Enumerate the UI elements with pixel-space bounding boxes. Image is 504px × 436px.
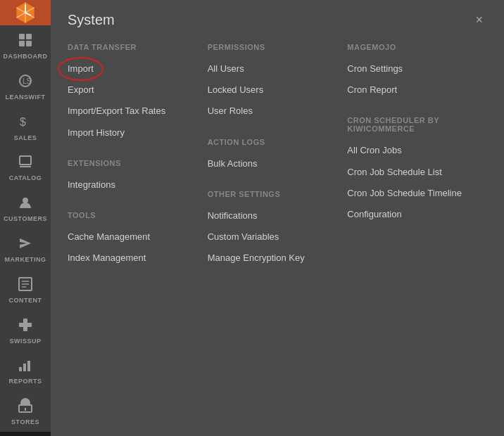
cron-report-link[interactable]: Cron Report	[347, 81, 473, 99]
cron-job-schedule-list-link[interactable]: Cron Job Schedule List	[347, 163, 473, 181]
reports-icon	[18, 357, 33, 375]
svg-rect-3	[26, 41, 32, 46]
sidebar-item-label: CATALOG	[9, 174, 42, 182]
svg-rect-17	[19, 367, 22, 371]
sidebar-item-label: LEANSWIFT	[6, 94, 46, 101]
menu-title: System	[68, 12, 115, 28]
sidebar-item-label: CUSTOMERS	[4, 215, 47, 223]
swissup-icon	[18, 317, 33, 335]
sidebar-item-label: STORES	[11, 418, 39, 426]
tools-section: Tools Cache Management Index Management	[68, 211, 194, 267]
import-export-tax-link[interactable]: Import/Export Tax Rates	[68, 102, 194, 120]
action-logs-title: Action Logs	[208, 138, 334, 146]
svg-rect-18	[23, 364, 26, 371]
stores-icon	[18, 398, 33, 416]
sidebar-item-catalog[interactable]: CATALOG	[0, 147, 51, 188]
svg-text:LS: LS	[23, 77, 32, 85]
menu-column-2: Permissions All Users Locked Users User …	[208, 43, 348, 284]
cache-management-link[interactable]: Cache Management	[68, 228, 194, 246]
svg-rect-19	[27, 361, 30, 371]
all-users-link[interactable]: All Users	[208, 60, 334, 78]
all-cron-jobs-link[interactable]: All Cron Jobs	[347, 141, 473, 160]
notifications-link[interactable]: Notifications	[208, 207, 334, 225]
import-history-link[interactable]: Import History	[68, 124, 194, 142]
sidebar-item-dashboard[interactable]: DASHBOARD	[0, 25, 51, 66]
tools-title: Tools	[68, 211, 194, 219]
magento-logo-icon	[13, 0, 38, 25]
extensions-section: Extensions Integrations	[68, 159, 194, 194]
permissions-title: Permissions	[208, 43, 334, 51]
user-roles-link[interactable]: User Roles	[208, 102, 334, 120]
system-menu: System × Data Transfer Import Export Imp…	[51, 0, 504, 436]
other-settings-title: Other Settings	[208, 190, 334, 198]
magemojo-title: MageMojo	[347, 43, 473, 51]
svg-point-9	[23, 198, 28, 203]
sidebar-item-label: MARKETING	[5, 256, 46, 264]
svg-rect-1	[26, 34, 32, 39]
svg-rect-16	[23, 319, 27, 331]
sidebar-item-system[interactable]: SYSTEM	[0, 432, 51, 436]
svg-rect-2	[19, 41, 25, 46]
catalog-icon	[18, 154, 33, 172]
manage-encryption-key-link[interactable]: Manage Encryption Key	[208, 249, 334, 267]
sidebar-item-stores[interactable]: STORES	[0, 391, 51, 432]
sales-icon: $	[18, 114, 33, 132]
bulk-actions-link[interactable]: Bulk Actions	[208, 155, 334, 173]
sidebar: DASHBOARD LS LEANSWIFT $ SALES CATALOG C…	[0, 0, 51, 436]
sidebar-item-reports[interactable]: REPORTS	[0, 350, 51, 391]
import-link[interactable]: Import	[68, 60, 194, 78]
leanswift-icon: LS	[18, 73, 33, 91]
svg-marker-10	[20, 238, 31, 248]
svg-rect-7	[20, 156, 31, 165]
sidebar-item-label: SWISSUP	[9, 338, 41, 345]
cron-scheduler-title: Cron Scheduler by KiwiCommerce	[347, 116, 473, 133]
export-link[interactable]: Export	[68, 81, 194, 99]
cron-scheduler-section: Cron Scheduler by KiwiCommerce All Cron …	[347, 116, 473, 224]
data-transfer-section: Data Transfer Import Export Import/Expor…	[68, 43, 194, 142]
menu-column-1: Data Transfer Import Export Import/Expor…	[68, 43, 208, 284]
customers-icon	[18, 195, 33, 212]
action-logs-section: Action Logs Bulk Actions	[208, 138, 334, 173]
integrations-link[interactable]: Integrations	[68, 176, 194, 194]
custom-variables-link[interactable]: Custom Variables	[208, 228, 334, 246]
menu-header: System ×	[68, 11, 487, 29]
marketing-icon	[18, 236, 33, 253]
svg-rect-0	[19, 34, 25, 39]
sidebar-item-label: DASHBOARD	[4, 53, 48, 60]
magemojo-section: MageMojo Cron Settings Cron Report	[347, 43, 473, 99]
locked-users-link[interactable]: Locked Users	[208, 81, 334, 99]
sidebar-item-leanswift[interactable]: LS LEANSWIFT	[0, 66, 51, 107]
sidebar-item-customers[interactable]: CUSTOMERS	[0, 188, 51, 229]
menu-column-3: MageMojo Cron Settings Cron Report Cron …	[347, 43, 487, 284]
permissions-section: Permissions All Users Locked Users User …	[208, 43, 334, 121]
svg-text:$: $	[20, 116, 26, 128]
sidebar-item-content[interactable]: CONTENT	[0, 269, 51, 310]
menu-columns: Data Transfer Import Export Import/Expor…	[68, 43, 487, 284]
configuration-link[interactable]: Configuration	[347, 205, 473, 224]
extensions-title: Extensions	[68, 159, 194, 167]
other-settings-section: Other Settings Notifications Custom Vari…	[208, 190, 334, 268]
sidebar-logo[interactable]	[0, 0, 51, 25]
dashboard-icon	[18, 32, 33, 50]
cron-job-schedule-timeline-link[interactable]: Cron Job Schedule Timeline	[347, 184, 473, 203]
sidebar-item-label: CONTENT	[9, 297, 42, 304]
sidebar-item-swissup[interactable]: SWISSUP	[0, 310, 51, 351]
index-management-link[interactable]: Index Management	[68, 249, 194, 267]
data-transfer-title: Data Transfer	[68, 43, 194, 51]
sidebar-item-marketing[interactable]: MARKETING	[0, 229, 51, 269]
main-content: System × Data Transfer Import Export Imp…	[51, 0, 504, 436]
sidebar-item-label: SALES	[14, 134, 37, 142]
import-circle: Import	[68, 63, 94, 75]
close-button[interactable]: ×	[471, 11, 487, 29]
cron-settings-link[interactable]: Cron Settings	[347, 60, 473, 78]
content-icon	[18, 276, 33, 294]
sidebar-item-label: REPORTS	[8, 378, 42, 385]
sidebar-item-sales[interactable]: $ SALES	[0, 107, 51, 148]
